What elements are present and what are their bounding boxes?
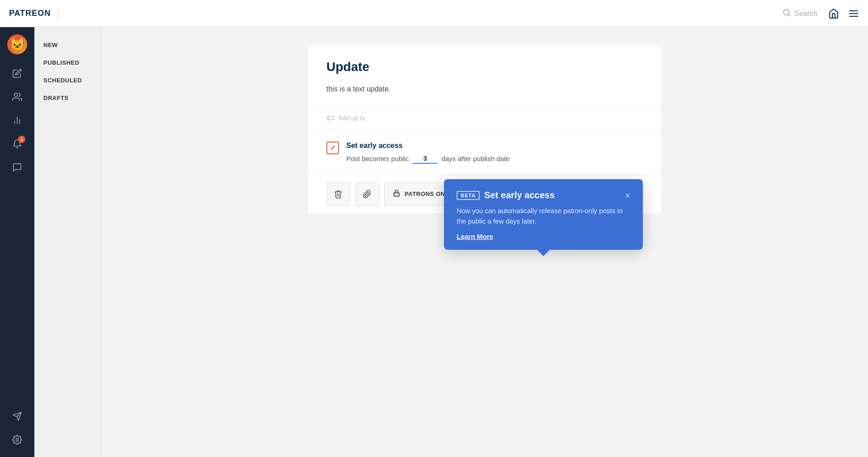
tooltip-close-button[interactable]: × — [625, 191, 630, 200]
sub-sidebar: NEW PUBLISHED SCHEDULED DRAFTS — [34, 27, 101, 457]
post-card: Update this is a text update. BETA Set e… — [308, 45, 661, 213]
sidebar-item-scheduled[interactable]: SCHEDULED — [34, 71, 101, 89]
svg-point-11 — [16, 438, 19, 441]
early-access-content: Set early access Post becomes public day… — [346, 142, 509, 164]
post-body: Update this is a text update. — [308, 45, 661, 106]
early-access-label: Set early access — [346, 142, 509, 150]
sidebar-item-settings[interactable] — [7, 430, 27, 450]
tooltip-popup: BETA Set early access × Now you can auto… — [444, 179, 643, 250]
tags-placeholder[interactable]: Add up to — [338, 114, 365, 122]
tooltip-title: Set early access — [484, 190, 555, 200]
lock-icon — [393, 190, 400, 199]
logo-divider — [58, 8, 58, 19]
logo: PATREON — [9, 8, 66, 19]
tooltip-body: Now you can automatically release patron… — [457, 206, 630, 226]
sidebar-item-edit[interactable] — [7, 63, 27, 83]
notification-badge: 1 — [18, 136, 25, 143]
tooltip-header: BETA Set early access × — [457, 190, 630, 200]
svg-line-1 — [788, 14, 790, 15]
sidebar: 🐱 — [0, 27, 34, 457]
sidebar-item-analytics[interactable] — [7, 110, 27, 130]
avatar[interactable]: 🐱 — [7, 34, 27, 54]
beta-badge: BETA — [457, 191, 480, 200]
menu-button[interactable] — [848, 8, 859, 19]
search-box[interactable]: Search — [783, 9, 817, 18]
sidebar-item-new[interactable]: NEW — [34, 36, 101, 54]
tooltip-learn-more-link[interactable]: Learn More — [457, 233, 493, 240]
svg-point-5 — [14, 93, 18, 96]
early-access-checkbox[interactable]: ✓ — [326, 142, 339, 154]
post-tags-row: 🏷 Add up to — [308, 106, 661, 130]
logo-text: PATREON — [9, 9, 51, 18]
sidebar-item-published[interactable]: PUBLISHED — [34, 54, 101, 71]
post-text[interactable]: this is a text update. — [326, 83, 643, 95]
tooltip-arrow — [537, 250, 550, 256]
sidebar-item-drafts[interactable]: DRAFTS — [34, 89, 101, 107]
search-placeholder: Search — [794, 10, 817, 18]
tooltip-title-row: BETA Set early access — [457, 190, 555, 200]
days-input[interactable] — [412, 153, 438, 164]
main-layout: 🐱 — [0, 27, 868, 457]
search-icon — [783, 9, 791, 18]
nav-icons — [828, 8, 859, 19]
post-becomes-public-text: Post becomes public — [346, 155, 409, 162]
post-title: Update — [326, 60, 643, 74]
early-access-row: Post becomes public days after publish d… — [346, 153, 509, 164]
attach-button[interactable] — [355, 182, 379, 206]
tag-icon: 🏷 — [326, 114, 335, 123]
svg-rect-12 — [394, 193, 399, 196]
checkmark-icon: ✓ — [330, 143, 336, 152]
early-access-section: ✓ Set early access Post becomes public d… — [308, 130, 661, 175]
top-nav: PATREON Search — [0, 0, 868, 27]
sidebar-item-community[interactable] — [7, 87, 27, 107]
sidebar-item-notifications[interactable]: 1 — [7, 134, 27, 154]
days-after-text: days after publish date — [441, 155, 509, 162]
search-area: Search — [783, 8, 859, 19]
home-nav-button[interactable] — [828, 8, 839, 19]
avatar-emoji: 🐱 — [10, 38, 24, 52]
sidebar-item-send[interactable] — [7, 406, 27, 426]
content-area: Update this is a text update. BETA Set e… — [101, 27, 868, 457]
sidebar-item-messages[interactable] — [7, 157, 27, 177]
delete-button[interactable] — [326, 182, 350, 206]
